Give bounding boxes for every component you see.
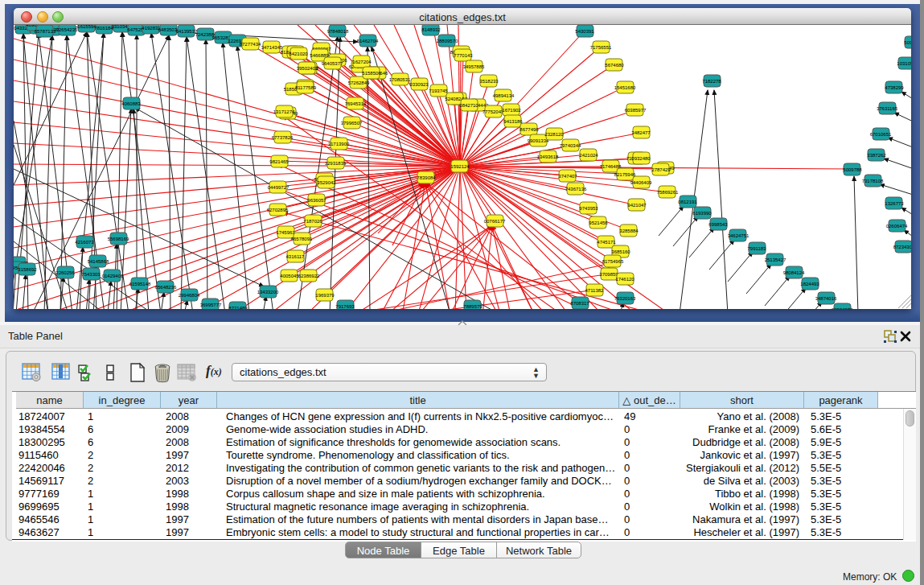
svg-text:1592124: 1592124 (450, 164, 470, 169)
svg-text:3685160: 3685160 (611, 249, 630, 254)
svg-text:62702895: 62702895 (267, 208, 289, 212)
svg-text:5098393: 5098393 (904, 40, 911, 45)
svg-text:57262849: 57262849 (348, 80, 370, 85)
svg-text:81177589: 81177589 (295, 85, 317, 90)
svg-text:4711382: 4711382 (585, 288, 605, 293)
svg-text:6998543: 6998543 (708, 222, 728, 227)
svg-text:76320163: 76320163 (614, 296, 636, 301)
svg-text:8148932: 8148932 (421, 27, 441, 32)
svg-text:2787429: 2787429 (651, 167, 671, 172)
svg-text:7839084: 7839084 (417, 175, 436, 180)
svg-text:5430391: 5430391 (575, 29, 594, 34)
svg-text:9521456: 9521456 (589, 220, 608, 225)
svg-text:87234309: 87234309 (893, 245, 911, 249)
svg-text:36995777: 36995777 (200, 303, 222, 307)
svg-text:67737826: 67737826 (272, 135, 294, 140)
svg-text:7889579: 7889579 (463, 304, 483, 309)
svg-text:1326773: 1326773 (885, 201, 904, 206)
svg-text:1627204: 1627204 (352, 60, 372, 64)
svg-text:54145868: 54145868 (88, 259, 109, 264)
svg-text:7543303: 7543303 (81, 272, 101, 277)
svg-text:1745961: 1745961 (276, 230, 295, 235)
svg-text:2328120: 2328120 (544, 132, 564, 137)
svg-text:32931839: 32931839 (325, 161, 347, 166)
svg-text:0330923: 0330923 (409, 82, 429, 87)
svg-text:0812191: 0812191 (678, 200, 697, 204)
svg-text:7917693: 7917693 (335, 304, 355, 309)
svg-text:61595148: 61595148 (129, 282, 151, 286)
svg-text:97848018: 97848018 (327, 29, 349, 34)
svg-text:9743953: 9743953 (579, 206, 598, 211)
svg-text:65648236: 65648236 (155, 285, 177, 290)
svg-text:96405377: 96405377 (322, 61, 343, 66)
svg-text:3747407: 3747407 (558, 174, 577, 179)
svg-text:9821465: 9821465 (269, 159, 289, 164)
svg-text:98084124: 98084124 (783, 270, 805, 275)
svg-text:8708317: 8708317 (570, 301, 589, 306)
svg-text:4060883: 4060883 (121, 101, 141, 106)
svg-text:5674680: 5674680 (605, 63, 624, 68)
svg-text:7187026: 7187026 (303, 219, 322, 224)
svg-text:13171274: 13171274 (273, 109, 295, 114)
svg-text:7182278: 7182278 (702, 79, 721, 84)
svg-text:00524278: 00524278 (832, 307, 853, 309)
svg-text:0842710: 0842710 (459, 103, 478, 108)
svg-text:65787133: 65787133 (35, 29, 56, 34)
svg-text:01429401: 01429401 (102, 274, 124, 278)
svg-text:99091334: 99091334 (528, 138, 549, 143)
svg-text:3518233: 3518233 (479, 79, 499, 84)
svg-text:55698169: 55698169 (108, 237, 129, 241)
svg-text:73178108: 73178108 (862, 179, 884, 183)
svg-text:51462704: 51462704 (357, 39, 379, 43)
svg-text:13493618: 13493618 (537, 154, 559, 159)
svg-text:1746120: 1746120 (615, 277, 634, 282)
svg-text:2421024: 2421024 (579, 153, 598, 158)
svg-text:86578091: 86578091 (291, 237, 313, 241)
svg-text:13433200: 13433200 (257, 290, 279, 295)
svg-text:4316117: 4316117 (286, 254, 306, 259)
svg-text:1671902: 1671902 (502, 108, 521, 113)
svg-text:62386922: 62386922 (298, 274, 320, 278)
svg-text:3482477: 3482477 (631, 130, 651, 135)
svg-text:31713900: 31713900 (328, 142, 350, 146)
svg-text:5009788: 5009788 (843, 167, 862, 172)
svg-text:75869261: 75869261 (657, 190, 679, 195)
svg-text:00766177: 00766177 (484, 219, 506, 224)
svg-text:8677496: 8677496 (519, 127, 539, 132)
svg-text:39502402: 39502402 (297, 66, 318, 71)
svg-text:2260256: 2260256 (55, 270, 75, 275)
svg-text:4745171: 4745171 (597, 240, 616, 245)
svg-text:0932480: 0932480 (631, 156, 651, 161)
svg-text:4005045: 4005045 (280, 274, 299, 278)
svg-text:5158506: 5158506 (362, 71, 381, 76)
svg-text:3285884: 3285884 (619, 229, 639, 233)
svg-text:9413186: 9413186 (503, 119, 523, 124)
svg-text:37631165: 37631165 (877, 106, 898, 111)
svg-text:4216073: 4216073 (75, 240, 94, 245)
svg-text:71756551: 71756551 (590, 45, 612, 50)
svg-text:87277434: 87277434 (240, 42, 261, 47)
svg-text:37996507: 37996507 (341, 121, 363, 126)
svg-text:94406409: 94406409 (630, 180, 652, 185)
svg-text:74367136: 74367136 (565, 187, 587, 192)
svg-text:7770143: 7770143 (454, 53, 473, 58)
svg-text:15451680: 15451680 (614, 85, 636, 90)
svg-text:76945314: 76945314 (345, 101, 367, 106)
svg-text:82175946: 82175946 (614, 172, 636, 177)
svg-text:1824493: 1824493 (800, 282, 819, 286)
svg-text:3529042: 3529042 (317, 180, 336, 185)
svg-text:1969379: 1969379 (315, 293, 335, 298)
svg-text:17080531: 17080531 (389, 77, 411, 82)
svg-text:8721489: 8721489 (228, 306, 248, 309)
svg-text:77752047: 77752047 (483, 109, 504, 114)
svg-text:67010651: 67010651 (870, 132, 892, 137)
svg-text:04499727: 04499727 (268, 185, 290, 190)
svg-text:81754965: 81754965 (602, 259, 624, 264)
svg-text:9636057: 9636057 (307, 198, 326, 203)
svg-text:8421020: 8421020 (289, 51, 308, 56)
svg-text:29946804: 29946804 (179, 293, 200, 298)
svg-text:60385977: 60385977 (625, 108, 647, 113)
svg-text:3158692: 3158692 (18, 267, 37, 272)
svg-text:79740344: 79740344 (560, 143, 581, 148)
svg-text:02606474: 02606474 (886, 224, 908, 229)
